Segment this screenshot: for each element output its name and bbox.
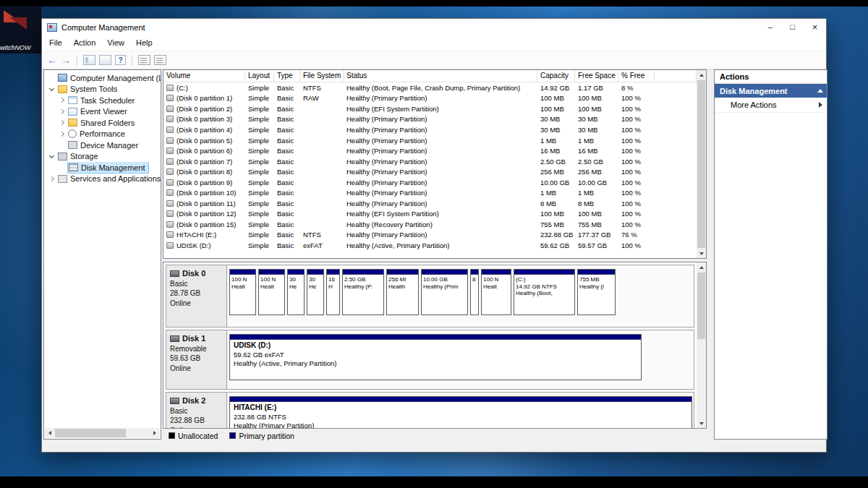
menu-view[interactable]: View [101,35,130,51]
actions-group-disk-management[interactable]: Disk Management [715,84,827,98]
column-header-volume[interactable]: Volume [163,70,245,82]
window-controls: – □ × [759,19,826,35]
table-row[interactable]: (Disk 0 partition 4) Simple Basic Health… [163,124,697,135]
sidebar-item-system-tools[interactable]: System Tools [44,84,161,95]
table-row[interactable]: (Disk 0 partition 3) Simple Basic Health… [163,114,697,125]
table-row[interactable]: (Disk 0 partition 6) Simple Basic Health… [163,145,697,156]
close-button[interactable]: × [804,19,826,35]
sidebar-item-shared-folders[interactable]: Shared Folders [44,117,161,129]
chevron-down-icon[interactable] [49,86,54,91]
help-icon[interactable]: ? [115,55,126,65]
partition-block[interactable]: 100 N Healt [229,269,256,315]
scrollbar-thumb[interactable] [697,80,705,248]
back-icon[interactable]: ← [47,55,57,65]
table-row[interactable]: (Disk 0 partition 1) Simple Basic RAW He… [163,93,697,104]
sidebar-item-storage[interactable]: Storage [44,151,161,163]
scrollbar-thumb[interactable] [55,429,126,437]
partition-block[interactable]: 16 H [326,269,340,315]
partition-block[interactable]: 256 MI Health [386,269,419,315]
partition-block[interactable]: 2.50 GB Healthy (P: [342,269,384,315]
column-header-blank [655,70,697,82]
menu-file[interactable]: File [43,35,68,51]
partition-block[interactable]: 8 [470,269,479,315]
sidebar-item-performance[interactable]: Performance [44,129,161,140]
partition-block[interactable]: (C:) 14.92 GB NTFS Healthy (Boot, [514,269,575,315]
more-actions-item[interactable]: More Actions [715,98,827,113]
column-header-free-space[interactable]: Free Space [575,70,618,82]
table-row[interactable]: HITACHI (E:) Simple Basic NTFS Healthy (… [163,230,697,241]
sidebar-item-disk-management[interactable]: Disk Management [44,162,161,174]
partition-color-bar [307,270,323,275]
partition-block[interactable]: 30 He [307,269,324,315]
disk-icon [170,270,179,277]
chevron-right-icon[interactable] [59,120,64,125]
column-header-layout[interactable]: Layout [245,70,274,82]
partition-block[interactable]: UDISK (D:) 59.62 GB exFAT Healthy (Activ… [229,334,642,380]
table-row[interactable]: (C:) Simple Basic NTFS Healthy (Boot, Pa… [163,82,697,93]
volume-list-vertical-scrollbar[interactable] [697,70,706,258]
chevron-right-icon[interactable] [59,98,64,103]
tree-horizontal-scrollbar[interactable] [45,428,160,438]
menu-action[interactable]: Action [68,35,102,51]
minimize-button[interactable]: – [759,19,781,35]
scrollbar-track[interactable] [697,340,706,419]
column-header-file-system[interactable]: File System [300,70,344,82]
scroll-down-icon[interactable] [697,249,706,258]
scrollbar-thumb[interactable] [697,273,705,339]
export-list-icon[interactable] [154,55,166,65]
maximize-button[interactable]: □ [781,19,804,35]
scroll-down-icon[interactable] [697,419,706,428]
graph-vertical-scrollbar[interactable] [697,262,706,428]
services-icon [58,175,67,183]
sidebar-item-device-manager[interactable]: Device Manager [44,140,161,151]
sidebar-item-services-and-applications[interactable]: Services and Applications [44,174,161,185]
chevron-right-icon[interactable] [59,132,64,137]
show-console-tree-icon[interactable] [83,55,95,65]
chevron-down-icon[interactable] [49,153,54,158]
scroll-left-icon[interactable] [45,428,55,438]
properties-icon[interactable] [138,55,150,65]
partition-color-bar [259,270,284,275]
table-row[interactable]: (Disk 0 partition 10) Simple Basic Healt… [163,187,697,198]
partition-block[interactable]: 10.00 GB Healthy (Prim [421,269,468,315]
partition-block[interactable]: 30 He [287,269,305,315]
chevron-right-icon[interactable] [49,176,54,181]
forward-icon[interactable]: → [61,55,71,65]
table-row[interactable]: (Disk 0 partition 5) Simple Basic Health… [163,135,697,146]
column-header-type[interactable]: Type [274,70,300,82]
partition-block[interactable]: 755 MB Healthy (l [577,269,616,315]
disk-state: Online [170,364,223,372]
sidebar-item-event-viewer[interactable]: Event Viewer [44,106,161,118]
window-panel-icon[interactable] [99,55,111,65]
chevron-right-icon[interactable] [59,109,64,114]
table-row[interactable]: (Disk 0 partition 8) Simple Basic Health… [163,166,697,177]
disk-kind: Removable [170,345,223,353]
table-row[interactable]: (Disk 0 partition 2) Simple Basic Health… [163,103,697,114]
sidebar-item-computer-management-root[interactable]: Computer Management (Local [44,72,161,84]
collapse-icon[interactable] [817,89,823,93]
column-header-capacity[interactable]: Capacity [537,70,575,82]
disk-0-label[interactable]: Disk 0 Basic 28.78 GB Online [166,265,227,327]
partition-block[interactable]: 100 N Healt [481,269,511,315]
sidebar-item-task-scheduler[interactable]: Task Scheduler [44,95,161,106]
volume-icon [166,221,174,228]
table-row[interactable]: UDISK (D:) Simple Basic exFAT Healthy (A… [163,240,697,251]
scroll-up-icon[interactable] [697,70,706,80]
scroll-up-icon[interactable] [697,262,706,272]
table-row[interactable]: (Disk 0 partition 15) Simple Basic Healt… [163,219,697,230]
disk-1-label[interactable]: Disk 1 Removable 59.63 GB Online [166,330,227,389]
scroll-right-icon[interactable] [150,428,160,438]
column-header-pct-free[interactable]: % Free [618,70,655,82]
partition-block[interactable]: HITACHI (E:) 232.88 GB NTFS Healthy (Pri… [229,396,692,429]
partition-block[interactable]: 100 N Healt [258,269,285,315]
titlebar[interactable]: Computer Management – □ × [42,19,826,35]
menu-help[interactable]: Help [130,35,158,51]
table-row[interactable]: (Disk 0 partition 11) Simple Basic Healt… [163,198,697,209]
sidebar-item-label: Computer Management (Local [70,74,161,82]
actions-pane-title: Actions [715,70,827,84]
table-row[interactable]: (Disk 0 partition 9) Simple Basic Health… [163,177,697,188]
disk-2-label[interactable]: Disk 2 Basic 232.88 GB Online [166,393,227,429]
table-row[interactable]: (Disk 0 partition 12) Simple Basic Healt… [163,209,697,220]
column-header-status[interactable]: Status [344,70,537,82]
table-row[interactable]: (Disk 0 partition 7) Simple Basic Health… [163,156,697,167]
